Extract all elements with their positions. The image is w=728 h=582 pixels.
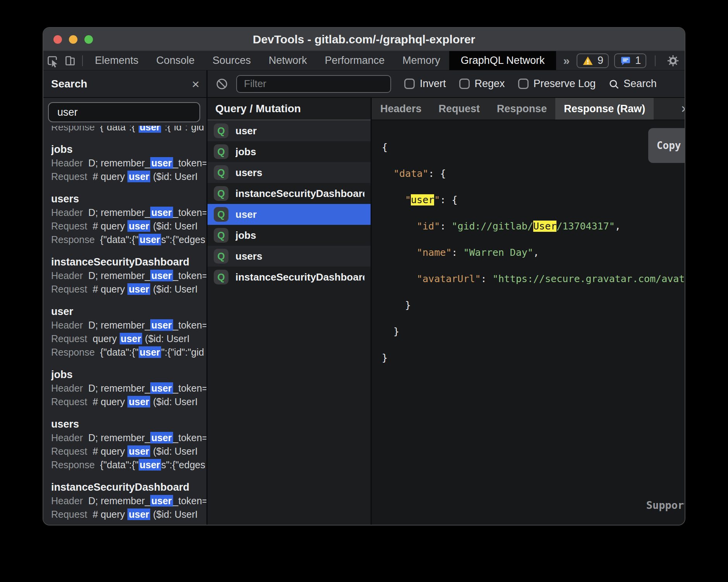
value-text: D; remember_	[88, 157, 150, 168]
result-row-label: Header	[51, 270, 83, 281]
result-row[interactable]: HeaderD; remember_user_token=e	[51, 156, 206, 170]
tab-console[interactable]: Console	[148, 51, 204, 70]
chevron-double-right-icon: »	[563, 54, 570, 67]
result-row-label: Header	[51, 495, 83, 506]
result-row[interactable]: HeaderD; remember_user_token=e	[51, 431, 206, 445]
search-match-highlight: user	[139, 234, 161, 245]
value-text: D; remember_	[88, 320, 150, 330]
json-token: "https://secure.gravatar.com/avatar	[493, 273, 685, 284]
query-list-item-label: instanceSecurityDashboard	[235, 271, 364, 283]
devtools-window: DevTools - gitlab.com/-/graphql-explorer…	[43, 28, 685, 525]
result-row-label: Request	[51, 221, 87, 231]
checkbox-box[interactable]	[459, 79, 470, 89]
result-row[interactable]: HeaderD; remember_user_token=e	[51, 382, 206, 395]
query-list-item[interactable]: Quser	[208, 204, 371, 225]
result-row-value: {"data":{"user":{"id":"gid	[100, 346, 204, 358]
result-row[interactable]: Response{"data":{"users":{"edges	[51, 458, 206, 472]
result-row-label: Header	[51, 383, 83, 394]
result-row[interactable]: Request# query user ($id: UserI	[51, 282, 206, 296]
device-toolbar-button[interactable]	[61, 51, 79, 70]
value-text: _token=e	[173, 383, 206, 394]
json-token: "	[434, 194, 440, 205]
result-row[interactable]: Request# query user ($id: UserI	[51, 219, 206, 233]
query-list-item[interactable]: Qjobs	[208, 225, 371, 246]
console-messages-badge[interactable]: 1	[614, 53, 646, 68]
search-match-highlight: user	[127, 445, 150, 457]
result-row[interactable]: HeaderD; remember_user_token=e	[51, 494, 206, 508]
result-row[interactable]: Request# query user ($id: UserI	[51, 170, 206, 183]
result-row-value: # query user ($id: UserI	[93, 283, 197, 295]
result-group-title: instanceSecurityDashboard	[51, 480, 206, 494]
tab-sources[interactable]: Sources	[204, 51, 260, 70]
query-list-item[interactable]: Qusers	[208, 162, 371, 183]
filter-input[interactable]	[236, 75, 391, 93]
result-row[interactable]: Request# query user ($id: UserI	[51, 445, 206, 458]
copy-button[interactable]: Copy	[648, 128, 685, 163]
checkbox-box[interactable]	[518, 79, 529, 89]
tab-memory[interactable]: Memory	[393, 51, 449, 70]
result-row[interactable]: HeaderD; remember_user_token=e	[51, 318, 206, 332]
tab-graphql-network[interactable]: GraphQL Network	[449, 51, 556, 70]
checkbox-box[interactable]	[404, 79, 415, 89]
result-row-value: {"data":{"users":{"edges	[100, 234, 205, 245]
response-tab-request[interactable]: Request	[430, 98, 489, 120]
result-row[interactable]: Requestquery user ($id: UserI	[51, 332, 206, 346]
value-text: ($id: UserI	[150, 446, 197, 457]
more-tabs-button[interactable]: »	[556, 51, 577, 70]
checkbox-preserve-log[interactable]: Preserve Log	[518, 78, 596, 90]
result-row-value: # query user ($id: UserI	[93, 508, 197, 520]
checkbox-invert[interactable]: Invert	[404, 78, 446, 90]
json-token: : {	[440, 194, 457, 205]
query-badge-icon: Q	[214, 123, 228, 138]
checkbox-label: Preserve Log	[534, 78, 596, 90]
result-row[interactable]: Request# query user ($id: UserI	[51, 508, 206, 521]
inspect-element-button[interactable]	[43, 51, 61, 70]
json-token: "name"	[417, 247, 452, 258]
query-list-item[interactable]: Quser	[208, 120, 371, 141]
json-body: {"data": {"user": {"id": "gid://gitlab/U…	[382, 134, 685, 371]
tab-performance[interactable]: Performance	[316, 51, 394, 70]
response-tabs-list: HeadersRequestResponseResponse (Raw)	[372, 98, 654, 120]
settings-gear-button[interactable]	[664, 54, 682, 67]
query-list-item[interactable]: QinstanceSecurityDashboard	[208, 267, 371, 288]
search-match-highlight: user	[127, 171, 150, 182]
search-input[interactable]	[48, 102, 200, 122]
checkbox-label: Regex	[475, 78, 505, 90]
result-row[interactable]: Response{"data":{"users":{"edges	[51, 233, 206, 246]
result-row[interactable]: HeaderD; remember_user_token=e	[51, 206, 206, 219]
result-row-label: Header	[51, 207, 83, 218]
tab-network[interactable]: Network	[260, 51, 316, 70]
query-list-item[interactable]: QinstanceSecurityDashboard	[208, 183, 371, 204]
toolbar-search-label: Search	[623, 78, 657, 90]
json-line: "avatarUrl": "https://secure.gravatar.co…	[382, 266, 685, 292]
response-tab-response[interactable]: Response	[488, 98, 555, 120]
checkbox-regex[interactable]: Regex	[459, 78, 505, 90]
result-row[interactable]: Response{"data":{"user":{"id":"gid	[51, 346, 206, 359]
result-row-value: D; remember_user_token=e	[88, 319, 206, 331]
support-link[interactable]: Support	[646, 492, 685, 519]
close-response-panel-button[interactable]: ×	[673, 102, 685, 115]
value-text: _token=e	[173, 320, 206, 330]
result-row-value: {"data":{"users":{"edges	[100, 459, 205, 471]
response-tab-response-raw-[interactable]: Response (Raw)	[555, 98, 654, 120]
toolbar-search-button[interactable]: Search	[608, 78, 657, 90]
query-list-item[interactable]: Qjobs	[208, 141, 371, 162]
result-row[interactable]: Response{"data":{"user":{"id":"gid	[51, 126, 206, 134]
close-search-panel-button[interactable]: ×	[192, 77, 199, 91]
value-text: # query	[93, 446, 127, 457]
query-list-item[interactable]: Qusers	[208, 246, 371, 267]
titlebar[interactable]: DevTools - gitlab.com/-/graphql-explorer	[43, 28, 685, 51]
console-warnings-badge[interactable]: 9	[577, 53, 609, 68]
filter-checkboxes: InvertRegexPreserve Log	[404, 78, 596, 90]
value-text: D; remember_	[88, 207, 150, 218]
search-match-highlight: user	[139, 346, 161, 358]
tab-elements[interactable]: Elements	[86, 51, 148, 70]
clear-requests-button[interactable]	[213, 77, 231, 91]
query-list-item-label: users	[235, 250, 262, 262]
response-tab-headers[interactable]: Headers	[372, 98, 430, 120]
result-row-value: # query user ($id: UserI	[93, 220, 197, 232]
result-row[interactable]: HeaderD; remember_user_token=e	[51, 269, 206, 282]
result-row[interactable]: Request# query user ($id: UserI	[51, 395, 206, 409]
value-text: _token=e	[173, 207, 206, 218]
value-text: # query	[93, 221, 127, 231]
